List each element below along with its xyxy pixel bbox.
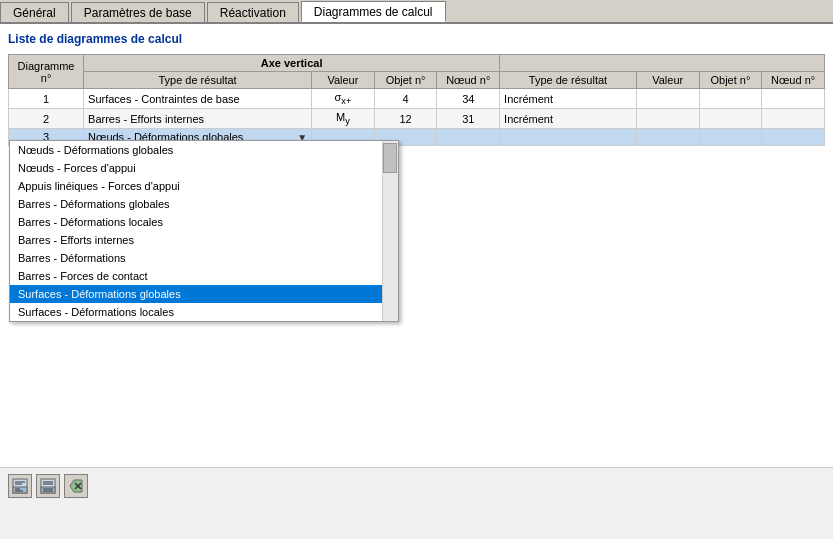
dropdown-item[interactable]: Barres - Forces de contact bbox=[10, 267, 398, 285]
cell-4: 31 bbox=[437, 109, 500, 129]
cell-8 bbox=[762, 109, 825, 129]
add-button[interactable] bbox=[8, 474, 32, 498]
edit-icon bbox=[40, 478, 56, 494]
tab-general[interactable]: Général bbox=[0, 2, 69, 22]
cell-5 bbox=[500, 129, 637, 146]
delete-icon bbox=[68, 478, 84, 494]
cell-0: 1 bbox=[9, 89, 84, 109]
dropdown-item[interactable]: Barres - Déformations globales bbox=[10, 195, 398, 213]
cell-8 bbox=[762, 129, 825, 146]
svg-rect-7 bbox=[41, 487, 55, 493]
tab-diagrammes[interactable]: Diagrammes de calcul bbox=[301, 1, 446, 22]
col-header-axe-horizontal bbox=[500, 55, 825, 72]
col-header-noeud-v: Nœud n° bbox=[437, 72, 500, 89]
dropdown-item[interactable]: Barres - Déformations locales bbox=[10, 213, 398, 231]
add-icon bbox=[12, 478, 28, 494]
delete-button[interactable] bbox=[64, 474, 88, 498]
col-header-type-v: Type de résultat bbox=[84, 72, 312, 89]
col-header-noeud-h: Nœud n° bbox=[762, 72, 825, 89]
dropdown-item[interactable]: Barres - Efforts internes bbox=[10, 231, 398, 249]
tab-parametres[interactable]: Paramètres de base bbox=[71, 2, 205, 22]
scrollbar-track[interactable] bbox=[382, 141, 398, 321]
dropdown-item[interactable]: Appuis linéiques - Forces d'appui bbox=[10, 177, 398, 195]
cell-6 bbox=[636, 129, 699, 146]
content-area: Liste de diagrammes de calcul Diagrammen… bbox=[0, 24, 833, 503]
cell-2: σx+ bbox=[312, 89, 375, 109]
dropdown-item[interactable]: Nœuds - Forces d'appui bbox=[10, 159, 398, 177]
bottom-toolbar bbox=[0, 467, 833, 503]
cell-7 bbox=[699, 89, 762, 109]
cell-5: Incrément bbox=[500, 89, 637, 109]
col-header-valeur-v: Valeur bbox=[312, 72, 375, 89]
svg-marker-12 bbox=[70, 480, 82, 492]
tab-reactivation[interactable]: Réactivation bbox=[207, 2, 299, 22]
table-row[interactable]: 1Surfaces - Contraintes de baseσx+434Inc… bbox=[9, 89, 825, 109]
cell-8 bbox=[762, 89, 825, 109]
dropdown-item[interactable]: Barres - Déformations bbox=[10, 249, 398, 267]
cell-1[interactable]: Surfaces - Contraintes de base bbox=[84, 89, 312, 109]
col-header-diagramme: Diagrammen° bbox=[9, 55, 84, 89]
cell-3: 4 bbox=[374, 89, 437, 109]
edit-button[interactable] bbox=[36, 474, 60, 498]
cell-6 bbox=[636, 109, 699, 129]
cell-3: 12 bbox=[374, 109, 437, 129]
cell-2: My bbox=[312, 109, 375, 129]
dropdown-item[interactable]: Surfaces - Déformations globales bbox=[10, 285, 398, 303]
cell-7 bbox=[699, 109, 762, 129]
cell-1[interactable]: Barres - Efforts internes bbox=[84, 109, 312, 129]
cell-4: 34 bbox=[437, 89, 500, 109]
col-header-valeur-h: Valeur bbox=[636, 72, 699, 89]
table-row[interactable]: 2Barres - Efforts internesMy1231Incrémen… bbox=[9, 109, 825, 129]
data-table: Diagrammen° Axe vertical Type de résulta… bbox=[8, 54, 825, 146]
col-header-objet-v: Objet n° bbox=[374, 72, 437, 89]
dropdown-item[interactable]: Nœuds - Déformations globales bbox=[10, 141, 398, 159]
scrollbar-thumb[interactable] bbox=[383, 143, 397, 173]
cell-4 bbox=[437, 129, 500, 146]
cell-0: 2 bbox=[9, 109, 84, 129]
tab-bar: Général Paramètres de base Réactivation … bbox=[0, 0, 833, 24]
col-header-type-h: Type de résultat bbox=[500, 72, 637, 89]
cell-6 bbox=[636, 89, 699, 109]
type-dropdown[interactable]: Nœuds - Déformations globalesNœuds - For… bbox=[9, 140, 399, 322]
section-title: Liste de diagrammes de calcul bbox=[8, 30, 825, 48]
col-header-axe-vertical: Axe vertical bbox=[84, 55, 500, 72]
cell-5: Incrément bbox=[500, 109, 637, 129]
cell-7 bbox=[699, 129, 762, 146]
dropdown-item[interactable]: Surfaces - Déformations locales bbox=[10, 303, 398, 321]
svg-rect-1 bbox=[13, 487, 27, 493]
col-header-objet-h: Objet n° bbox=[699, 72, 762, 89]
